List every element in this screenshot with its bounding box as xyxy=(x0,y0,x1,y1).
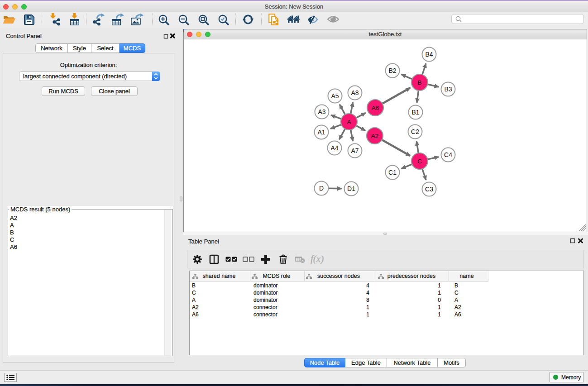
svg-text:C1: C1 xyxy=(388,169,397,176)
svg-text:C4: C4 xyxy=(444,151,452,158)
svg-text:A5: A5 xyxy=(331,92,339,100)
svg-text:B3: B3 xyxy=(444,86,452,93)
svg-text:B1: B1 xyxy=(411,109,419,116)
svg-text:B: B xyxy=(417,79,421,86)
svg-text:C: C xyxy=(417,158,422,165)
svg-text:A2: A2 xyxy=(371,133,379,139)
svg-text:A: A xyxy=(347,119,351,125)
svg-text:D: D xyxy=(319,185,324,192)
svg-text:B2: B2 xyxy=(388,67,396,74)
svg-text:C3: C3 xyxy=(425,186,433,193)
svg-text:C2: C2 xyxy=(411,128,419,135)
svg-text:A4: A4 xyxy=(330,144,338,152)
svg-text:A1: A1 xyxy=(317,129,325,136)
svg-text:A8: A8 xyxy=(351,89,359,96)
svg-text:A7: A7 xyxy=(351,147,359,154)
svg-text:A6: A6 xyxy=(372,105,379,111)
svg-text:A3: A3 xyxy=(318,108,325,115)
svg-text:B4: B4 xyxy=(425,51,433,58)
svg-text:D1: D1 xyxy=(347,185,355,192)
